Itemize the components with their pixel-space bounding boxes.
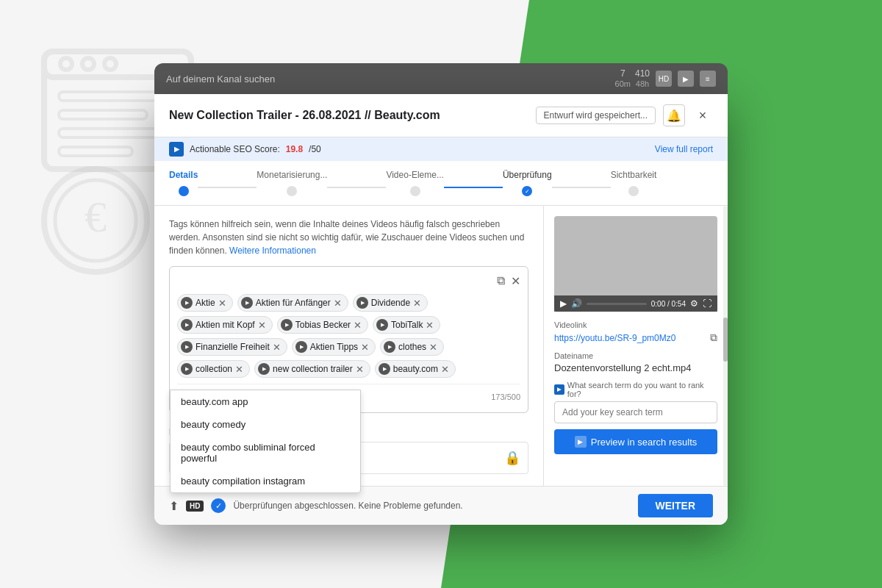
autocomplete-item-0[interactable]: beauty.com app — [171, 390, 360, 413]
tag-label: Aktien Tipps — [310, 342, 358, 352]
bell-button[interactable]: 🔔 — [663, 104, 685, 126]
tag-remove-button[interactable]: ✕ — [356, 365, 364, 374]
coin-decoration-icon: € — [37, 162, 154, 279]
filename-field: Dateiname Dozentenvorstellung 2 echt.mp4 — [554, 351, 717, 373]
step-ueberpruefung[interactable]: Überprüfung ✓ — [503, 170, 552, 205]
video-link-value[interactable]: https://youtu.be/SR-9_pm0Mz0 — [554, 333, 675, 343]
search-seo-logo: ▶ — [554, 384, 564, 395]
tag-remove-button[interactable]: ✕ — [426, 320, 434, 330]
seo-logo: ▶ — [169, 142, 184, 157]
step-sichtbarkeit-label: Sichtbarkeit — [611, 170, 657, 180]
info-text: Tags können hilfreich sein, wenn die Inh… — [169, 218, 528, 257]
tag-play-icon — [258, 363, 270, 375]
view-report-button[interactable]: View full report — [655, 144, 713, 154]
hd-icon-btn[interactable]: HD — [656, 71, 672, 87]
preview-search-button[interactable]: ▶ Preview in search results — [554, 429, 717, 454]
right-scrollbar-thumb[interactable] — [723, 318, 728, 362]
weitere-info-link[interactable]: Weitere Informationen — [229, 245, 316, 256]
close-button[interactable]: × — [692, 105, 713, 126]
tag-chip: new collection trailer ✕ — [254, 360, 370, 378]
tag-remove-button[interactable]: ✕ — [273, 343, 281, 352]
tag-chip: Dividende ✕ — [353, 294, 428, 312]
tag-chip: Aktie ✕ — [177, 294, 233, 312]
autocomplete-item-1[interactable]: beauty comedy — [171, 413, 360, 436]
seo-bar-left: ▶ Actionable SEO Score: 19.8 /50 — [169, 142, 321, 157]
tag-label: new collection trailer — [273, 364, 353, 374]
tag-remove-button[interactable]: ✕ — [441, 365, 449, 374]
terminal-icon-btn[interactable]: ▶ — [678, 71, 694, 87]
tag-label: Aktien mit Kopf — [196, 320, 255, 330]
tag-label: beauty.com — [393, 364, 438, 374]
browser-bar: Auf deinem Kanal suchen 7 60m 410 48h HD… — [154, 63, 728, 94]
step-video-elemente[interactable]: Video-Eleme... — [386, 170, 444, 205]
modal-header-right: Entwurf wird gespeichert... 🔔 × — [536, 104, 713, 126]
autocomplete-dropdown: beauty.com app beauty comedy beauty comb… — [170, 390, 361, 493]
tags-grid: Aktie ✕ Aktien für Anfänger ✕ Dividende … — [177, 294, 520, 378]
search-term-label: ▶ What search term do you want to rank f… — [554, 381, 717, 398]
steps-bar: Details Monetarisierung... Video-Eleme..… — [154, 161, 728, 206]
modal-title: New Collection Trailer - 26.08.2021 // B… — [169, 109, 440, 122]
draft-badge: Entwurf wird gespeichert... — [536, 107, 656, 124]
autocomplete-item-2[interactable]: beauty combo subliminal forced powerful — [171, 436, 360, 470]
tag-play-icon — [295, 341, 307, 353]
seo-label: Actionable SEO Score: — [190, 144, 280, 154]
tag-play-icon — [181, 319, 193, 331]
seo-bar: ▶ Actionable SEO Score: 19.8 /50 View fu… — [154, 137, 728, 161]
tag-remove-button[interactable]: ✕ — [258, 320, 266, 330]
svg-rect-8 — [59, 147, 132, 156]
tag-label: Aktien für Anfänger — [256, 298, 331, 308]
footer-status-text: Überprüfungen abgeschlossen. Keine Probl… — [233, 501, 462, 511]
tag-remove-button[interactable]: ✕ — [218, 298, 226, 308]
right-scrollbar[interactable] — [723, 206, 728, 486]
tag-label: Aktie — [196, 298, 215, 308]
clear-tags-button[interactable]: ✕ — [511, 274, 520, 288]
right-panel: ▶ 🔊 0:00 / 0:54 ⚙ ⛶ Videolink https: — [544, 206, 728, 486]
preview-btn-icon: ▶ — [575, 436, 587, 448]
tag-remove-button[interactable]: ✕ — [361, 343, 369, 352]
autocomplete-item-3[interactable]: beauty compilation instagram — [171, 470, 360, 492]
video-time: 0:00 / 0:54 — [651, 300, 686, 308]
svg-point-2 — [60, 58, 72, 70]
fullscreen-button[interactable]: ⛶ — [703, 298, 711, 309]
step-line-4 — [552, 187, 611, 188]
volume-button[interactable]: 🔊 — [571, 298, 582, 309]
tag-play-icon — [384, 341, 395, 353]
tag-chip: TobiTalk ✕ — [373, 316, 440, 334]
tags-area: ⧉ ✕ Aktie ✕ Aktien für Anfänger ✕ Divide… — [169, 266, 528, 413]
tag-remove-button[interactable]: ✕ — [413, 298, 421, 308]
lock-icon[interactable]: 🔒 — [504, 450, 520, 466]
copy-tags-button[interactable]: ⧉ — [497, 274, 505, 288]
filename-label: Dateiname — [554, 351, 717, 360]
upload-icon-button[interactable]: ⬆ — [169, 499, 179, 513]
footer-left: ⬆ HD ✓ Überprüfungen abgeschlossen. Kein… — [169, 498, 463, 513]
seo-score: 19.8 — [286, 144, 303, 154]
video-link-field: Videolink https://youtu.be/SR-9_pm0Mz0 ⧉ — [554, 320, 717, 344]
tag-chip: Aktien für Anfänger ✕ — [237, 294, 348, 312]
search-term-input[interactable] — [554, 401, 717, 423]
tag-play-icon — [181, 297, 193, 309]
step-monetarisierung-label: Monetarisierung... — [257, 170, 327, 180]
video-progress-bar[interactable] — [587, 303, 647, 305]
browser-bar-right: 7 60m 410 48h HD ▶ ≡ — [615, 69, 716, 87]
hd-badge: HD — [186, 501, 204, 512]
play-button[interactable]: ▶ — [560, 298, 567, 309]
step-sichtbarkeit[interactable]: Sichtbarkeit — [611, 170, 657, 205]
tag-label: Tobias Becker — [295, 320, 351, 330]
tag-play-icon — [181, 341, 193, 353]
menu-icon-btn[interactable]: ≡ — [700, 71, 716, 87]
copy-link-button[interactable]: ⧉ — [710, 331, 717, 344]
tag-remove-button[interactable]: ✕ — [334, 298, 342, 308]
settings-button[interactable]: ⚙ — [690, 298, 698, 309]
browser-search-text: Auf deinem Kanal suchen — [166, 74, 275, 85]
weiter-button[interactable]: WEITER — [638, 494, 713, 517]
tag-remove-button[interactable]: ✕ — [429, 343, 437, 352]
modal-wrapper: Auf deinem Kanal suchen 7 60m 410 48h HD… — [154, 63, 728, 525]
tag-remove-button[interactable]: ✕ — [354, 320, 362, 330]
step-details[interactable]: Details — [169, 170, 198, 205]
tag-play-icon — [379, 363, 390, 375]
tag-remove-button[interactable]: ✕ — [235, 365, 243, 374]
tag-label: TobiTalk — [391, 320, 423, 330]
step-sichtbarkeit-dot — [628, 186, 639, 196]
tag-play-icon — [281, 319, 293, 331]
step-monetarisierung[interactable]: Monetarisierung... — [257, 170, 327, 205]
